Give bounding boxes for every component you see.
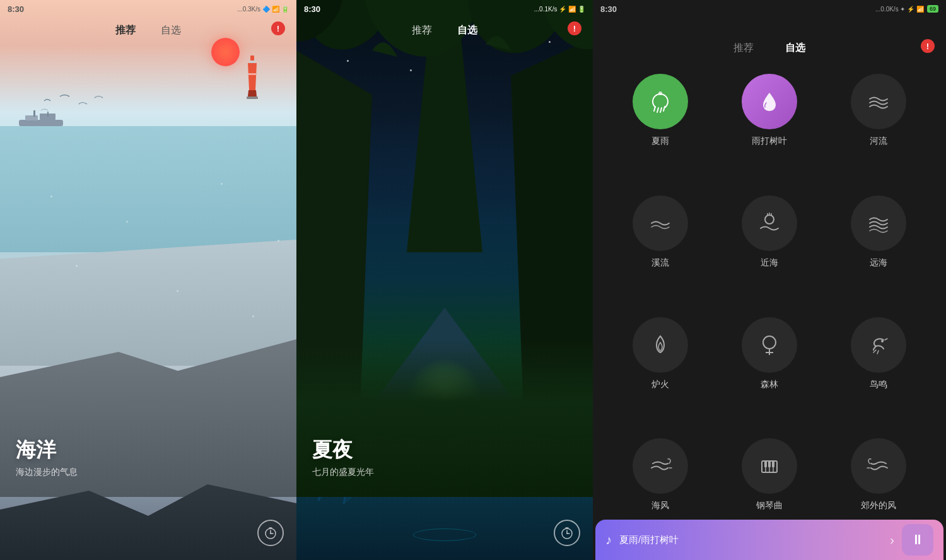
timer-button-1[interactable] bbox=[257, 520, 284, 546]
svg-marker-4 bbox=[248, 90, 257, 96]
sound-circle-niao-ming bbox=[851, 317, 906, 373]
ocean-subtitle: 海边漫步的气息 bbox=[16, 467, 78, 478]
nav-custom-1[interactable]: 自选 bbox=[161, 24, 181, 37]
p3-nav-custom[interactable]: 自选 bbox=[785, 42, 805, 55]
sea-layer-2 bbox=[0, 240, 296, 366]
svg-rect-53 bbox=[768, 461, 771, 467]
ocean-scene-label: 海洋 海边漫步的气息 bbox=[16, 436, 78, 478]
svg-point-35 bbox=[658, 91, 662, 95]
svg-rect-9 bbox=[33, 110, 35, 117]
nav-recommend-1[interactable]: 推荐 bbox=[115, 24, 136, 37]
forest-scene-label: 夏夜 七月的盛夏光年 bbox=[312, 436, 374, 478]
nav-recommend-2[interactable]: 推荐 bbox=[412, 24, 432, 37]
sound-circle-sen-lin bbox=[742, 317, 797, 373]
sound-item-jin-hai[interactable]: 近海 bbox=[718, 195, 820, 311]
svg-line-37 bbox=[657, 108, 658, 112]
sound-circle-yu-da bbox=[742, 74, 797, 129]
status-bar-panel1: 8:30 ...0.3K/s 🔷 📶 🔋 bbox=[0, 0, 296, 18]
sound-circle-jin-hai bbox=[742, 195, 797, 251]
sound-item-he-liu[interactable]: 河流 bbox=[827, 74, 930, 189]
sound-label-jiao-wai: 郊外的风 bbox=[861, 500, 896, 511]
sound-label-yuan-hai: 远海 bbox=[870, 257, 887, 269]
seagulls bbox=[38, 91, 114, 125]
sound-label-xia-yu: 夏雨 bbox=[651, 136, 669, 147]
sound-circle-lu-huo bbox=[633, 317, 688, 373]
status-bar-panel3: 8:30 ...0.0K/s ✦ ⚡ 📶 69 bbox=[593, 0, 946, 18]
music-note-icon: ♪ bbox=[605, 533, 612, 547]
sound-label-hai-feng: 海风 bbox=[651, 500, 669, 511]
sound-item-xia-yu[interactable]: 夏雨 bbox=[609, 74, 711, 189]
sound-circle-gang-qin bbox=[742, 438, 797, 494]
svg-rect-7 bbox=[25, 115, 38, 120]
dot bbox=[277, 240, 279, 242]
status-icons-2: ...0.1K/s ⚡ 📶 🔋 bbox=[534, 6, 585, 13]
status-time-1: 8:30 bbox=[8, 4, 24, 14]
dot bbox=[177, 290, 178, 292]
dot bbox=[221, 183, 223, 185]
timer-button-2[interactable] bbox=[554, 520, 580, 546]
sound-label-gang-qin: 钢琴曲 bbox=[756, 500, 783, 511]
sound-label-lu-huo: 炉火 bbox=[651, 379, 669, 390]
sound-item-yuan-hai[interactable]: 远海 bbox=[827, 195, 930, 311]
sound-item-niao-ming[interactable]: 鸟鸣 bbox=[827, 317, 930, 433]
svg-line-39 bbox=[663, 107, 665, 111]
sound-label-he-liu: 河流 bbox=[870, 136, 887, 147]
water-ripple bbox=[413, 528, 476, 541]
panel3-header: 推荐 自选 ! bbox=[593, 18, 946, 67]
panel-ocean: 8:30 ...0.3K/s 🔷 📶 🔋 推荐 自选 ! 海洋 海边漫步的气息 bbox=[0, 0, 296, 560]
svg-rect-0 bbox=[250, 55, 254, 61]
dot bbox=[76, 265, 78, 267]
sound-circle-he-liu bbox=[851, 74, 906, 129]
alert-icon-1[interactable]: ! bbox=[271, 21, 285, 35]
svg-point-44 bbox=[763, 336, 776, 349]
player-arrow-icon[interactable]: › bbox=[890, 533, 894, 547]
forest-subtitle: 七月的盛夏光年 bbox=[312, 467, 374, 478]
svg-rect-1 bbox=[249, 61, 255, 63]
status-time-2: 8:30 bbox=[304, 4, 320, 14]
svg-rect-52 bbox=[764, 461, 767, 467]
svg-point-40 bbox=[765, 215, 774, 224]
player-bar[interactable]: ♪ 夏雨/雨打树叶 › ⏸ bbox=[595, 520, 943, 560]
status-bar-panel2: 8:30 ...0.1K/s ⚡ 📶 🔋 bbox=[296, 0, 593, 18]
sound-item-sen-lin[interactable]: 森林 bbox=[718, 317, 820, 433]
sound-label-niao-ming: 鸟鸣 bbox=[870, 379, 887, 390]
svg-rect-5 bbox=[247, 96, 258, 99]
sound-circle-jiao-wai bbox=[851, 438, 906, 494]
player-pause-button[interactable]: ⏸ bbox=[902, 524, 933, 556]
sound-grid: 夏雨 雨打树叶 河流 bbox=[593, 67, 946, 560]
svg-point-47 bbox=[881, 340, 884, 342]
status-icons-3: ...0.0K/s ✦ ⚡ 📶 69 bbox=[875, 5, 938, 13]
p3-alert-icon[interactable]: ! bbox=[921, 39, 935, 53]
alert-icon-2[interactable]: ! bbox=[568, 21, 581, 35]
svg-line-38 bbox=[660, 108, 662, 112]
dot bbox=[252, 315, 254, 317]
sound-circle-hai-feng bbox=[633, 438, 688, 494]
sound-label-jin-hai: 近海 bbox=[761, 257, 778, 269]
sound-circle-xia-yu bbox=[633, 74, 688, 129]
player-track-text: 夏雨/雨打树叶 bbox=[619, 534, 882, 546]
sound-item-xi-liu[interactable]: 溪流 bbox=[609, 195, 711, 311]
ocean-title: 海洋 bbox=[16, 436, 78, 464]
sound-label-xi-liu: 溪流 bbox=[651, 257, 669, 269]
sound-label-yu-da: 雨打树叶 bbox=[752, 136, 787, 147]
status-time-3: 8:30 bbox=[600, 4, 617, 14]
dot bbox=[50, 195, 52, 197]
nav-tabs-2: 推荐 自选 bbox=[296, 19, 593, 42]
sound-item-yu-da[interactable]: 雨打树叶 bbox=[718, 74, 820, 189]
panel-sounds: 8:30 ...0.0K/s ✦ ⚡ 📶 69 推荐 自选 ! bbox=[593, 0, 946, 560]
sound-label-sen-lin: 森林 bbox=[761, 379, 778, 390]
svg-rect-3 bbox=[248, 73, 256, 75]
svg-marker-2 bbox=[248, 63, 257, 90]
sound-item-lu-huo[interactable]: 炉火 bbox=[609, 317, 711, 433]
nav-custom-2[interactable]: 自选 bbox=[457, 24, 477, 37]
svg-line-36 bbox=[654, 107, 655, 111]
dot bbox=[126, 221, 128, 223]
svg-rect-54 bbox=[772, 461, 774, 467]
p3-nav-recommend[interactable]: 推荐 bbox=[733, 42, 754, 55]
nav-tabs-1: 推荐 自选 bbox=[0, 19, 296, 42]
sea-layer-1 bbox=[0, 126, 296, 252]
forest-title: 夏夜 bbox=[312, 436, 374, 464]
panel-forest: 8:30 ...0.1K/s ⚡ 📶 🔋 推荐 自选 ! 夏夜 七月的盛夏光年 bbox=[296, 0, 593, 560]
sound-circle-xi-liu bbox=[633, 195, 688, 251]
lighthouse bbox=[243, 55, 262, 108]
